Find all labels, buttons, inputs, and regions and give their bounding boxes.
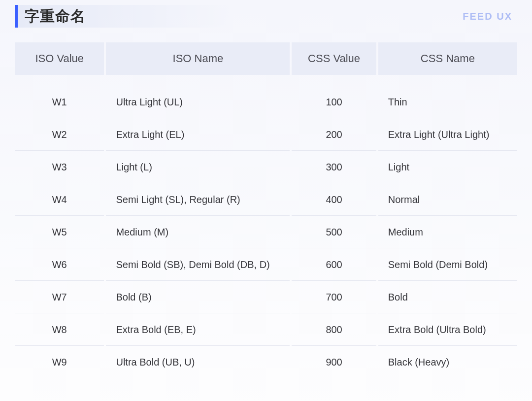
cell-css-name: Normal xyxy=(378,183,517,216)
cell-css-name: Black (Heavy) xyxy=(378,346,517,378)
table-row: W9Ultra Bold (UB, U)900Black (Heavy) xyxy=(15,346,517,378)
table-body: W1Ultra Light (UL)100ThinW2Extra Light (… xyxy=(15,75,517,378)
table-row: W7Bold (B)700Bold xyxy=(15,281,517,313)
cell-iso-value: W3 xyxy=(15,151,104,183)
cell-css-value: 500 xyxy=(292,216,376,248)
cell-css-name: Thin xyxy=(378,86,517,118)
cell-css-value: 700 xyxy=(292,281,376,313)
cell-iso-name: Extra Bold (EB, E) xyxy=(106,313,290,346)
cell-iso-value: W9 xyxy=(15,346,104,378)
title-block: 字重命名 xyxy=(15,5,233,28)
cell-css-value: 400 xyxy=(292,183,376,216)
cell-iso-name: Semi Light (SL), Regular (R) xyxy=(106,183,290,216)
cell-css-value: 600 xyxy=(292,248,376,281)
col-header-css-name: CSS Name xyxy=(378,42,517,75)
table-row: W3Light (L)300Light xyxy=(15,151,517,183)
brand-label: FEED UX xyxy=(463,11,517,22)
cell-iso-value: W7 xyxy=(15,281,104,313)
cell-iso-name: Extra Light (EL) xyxy=(106,118,290,151)
cell-css-name: Extra Light (Ultra Light) xyxy=(378,118,517,151)
table-header-row: ISO Value ISO Name CSS Value CSS Name xyxy=(15,42,517,75)
header: 字重命名 FEED UX xyxy=(0,0,532,28)
table-row: W4Semi Light (SL), Regular (R)400Normal xyxy=(15,183,517,216)
table-container: ISO Value ISO Name CSS Value CSS Name W1… xyxy=(0,28,532,378)
cell-iso-value: W4 xyxy=(15,183,104,216)
col-header-css-value: CSS Value xyxy=(292,42,376,75)
table-row: W1Ultra Light (UL)100Thin xyxy=(15,86,517,118)
cell-iso-name: Ultra Bold (UB, U) xyxy=(106,346,290,378)
title-accent-bar xyxy=(15,5,18,28)
table-row: W5Medium (M)500Medium xyxy=(15,216,517,248)
col-header-iso-name: ISO Name xyxy=(106,42,290,75)
table-row: W2Extra Light (EL)200Extra Light (Ultra … xyxy=(15,118,517,151)
font-weight-table: ISO Value ISO Name CSS Value CSS Name W1… xyxy=(13,42,519,378)
page-title: 字重命名 xyxy=(25,6,86,27)
cell-css-name: Light xyxy=(378,151,517,183)
cell-iso-value: W1 xyxy=(15,86,104,118)
cell-css-name: Medium xyxy=(378,216,517,248)
cell-iso-value: W8 xyxy=(15,313,104,346)
cell-iso-value: W2 xyxy=(15,118,104,151)
cell-css-value: 300 xyxy=(292,151,376,183)
cell-css-value: 200 xyxy=(292,118,376,151)
cell-iso-name: Ultra Light (UL) xyxy=(106,86,290,118)
cell-css-name: Extra Bold (Ultra Bold) xyxy=(378,313,517,346)
cell-iso-value: W5 xyxy=(15,216,104,248)
cell-css-name: Bold xyxy=(378,281,517,313)
cell-css-name: Semi Bold (Demi Bold) xyxy=(378,248,517,281)
cell-iso-name: Semi Bold (SB), Demi Bold (DB, D) xyxy=(106,248,290,281)
cell-iso-name: Bold (B) xyxy=(106,281,290,313)
cell-css-value: 100 xyxy=(292,86,376,118)
cell-css-value: 900 xyxy=(292,346,376,378)
table-row: W6Semi Bold (SB), Demi Bold (DB, D)600Se… xyxy=(15,248,517,281)
cell-iso-name: Medium (M) xyxy=(106,216,290,248)
col-header-iso-value: ISO Value xyxy=(15,42,104,75)
cell-css-value: 800 xyxy=(292,313,376,346)
cell-iso-name: Light (L) xyxy=(106,151,290,183)
cell-iso-value: W6 xyxy=(15,248,104,281)
table-row: W8Extra Bold (EB, E)800Extra Bold (Ultra… xyxy=(15,313,517,346)
